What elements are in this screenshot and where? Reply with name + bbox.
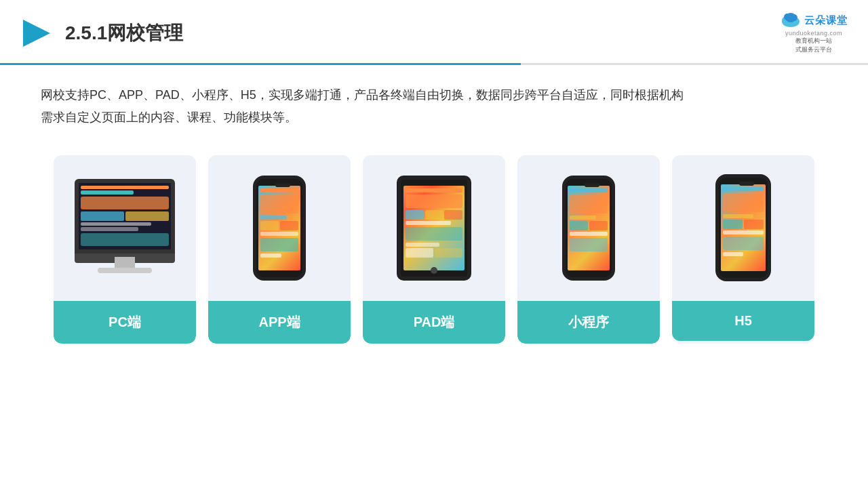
play-icon	[20, 17, 53, 49]
tablet-mockup	[397, 176, 471, 281]
card-miniapp-label: 小程序	[517, 301, 660, 344]
phone-mockup-app	[253, 176, 306, 281]
logo-area: 云朵课堂 yunduoketang.com 教育机构一站式服务云平台	[780, 12, 848, 54]
card-pad-image	[363, 155, 505, 301]
card-app-label: APP端	[208, 301, 351, 344]
card-pc-label: PC端	[54, 301, 196, 344]
card-pc: PC端	[54, 155, 196, 344]
header: 2.5.1网校管理 云朵课堂 yunduoketang.com 教育机构一站式服…	[0, 0, 868, 54]
description-text: 网校支持PC、APP、PAD、小程序、H5，实现多端打通，产品各终端自由切换，数…	[0, 65, 868, 129]
cloud-icon	[780, 12, 802, 28]
card-pc-image	[54, 155, 196, 301]
card-app-image	[208, 155, 351, 301]
card-h5-label: H5	[672, 301, 814, 341]
svg-marker-0	[23, 20, 50, 47]
logo-cloud: 云朵课堂	[780, 12, 848, 28]
phone-notch-app	[275, 183, 290, 187]
monitor-base	[98, 268, 152, 273]
phone-screen-h5	[721, 184, 766, 271]
phone-screen-miniapp	[568, 186, 610, 270]
logo-text-cn: 云朵课堂	[804, 14, 848, 27]
card-pad-label: PAD端	[363, 301, 505, 344]
logo-sub: 教育机构一站式服务云平台	[795, 37, 832, 54]
phone-notch-miniapp	[585, 183, 599, 187]
card-h5-image	[672, 155, 814, 301]
phone-mockup-h5	[715, 174, 771, 281]
card-miniapp: 小程序	[517, 155, 660, 344]
phone-notch-h5	[739, 182, 754, 186]
svg-point-5	[784, 14, 791, 20]
page-title: 2.5.1网校管理	[65, 20, 183, 46]
card-pad: PAD端	[363, 155, 505, 344]
cards-area: PC端	[0, 155, 868, 344]
card-h5: H5	[672, 155, 814, 344]
title-text: 2.5.1网校管理	[65, 22, 183, 43]
header-left: 2.5.1网校管理	[20, 17, 183, 49]
phone-mockup-miniapp	[562, 176, 615, 281]
logo-text-en: yunduoketang.com	[785, 30, 842, 37]
monitor-stand	[115, 257, 135, 268]
monitor-screen	[75, 179, 175, 253]
tablet-home-button	[431, 267, 437, 274]
tablet-screen	[403, 186, 465, 270]
monitor-mockup	[67, 179, 182, 277]
card-miniapp-image	[517, 155, 660, 301]
phone-screen-app	[258, 186, 300, 270]
card-app: APP端	[208, 155, 351, 344]
svg-point-6	[791, 14, 797, 21]
